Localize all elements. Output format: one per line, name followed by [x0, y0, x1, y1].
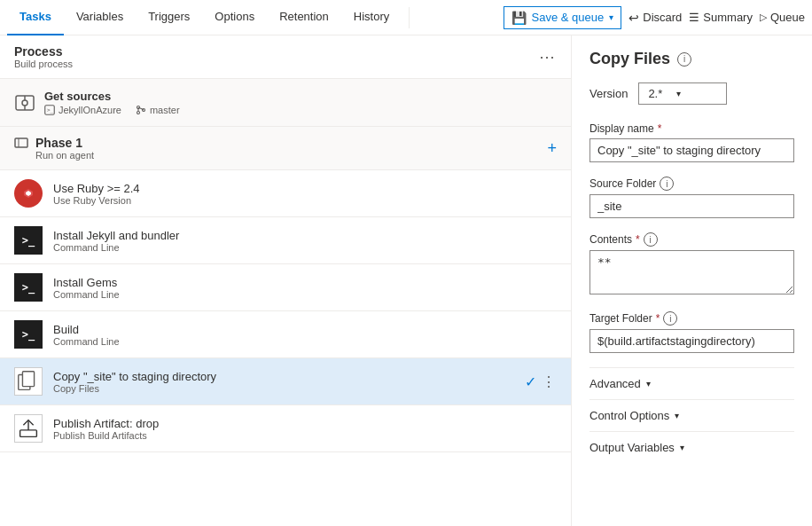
contents-input[interactable]: ** — [589, 250, 794, 294]
main-layout: Process Build process ⋯ Get sources >_ J… — [0, 35, 812, 526]
contents-required: * — [636, 233, 640, 246]
queue-button[interactable]: ▷ Queue — [760, 11, 805, 24]
phase-add-button[interactable]: + — [547, 139, 557, 158]
target-folder-input[interactable] — [589, 329, 794, 353]
task-item-gems[interactable]: >_ Install Gems Command Line — [0, 264, 571, 311]
task-ruby-name: Use Ruby >= 2.4 — [53, 182, 557, 195]
task-build-info: Build Command Line — [53, 323, 557, 347]
tab-tasks[interactable]: Tasks — [7, 0, 64, 35]
task-publish-type: Publish Build Artifacts — [53, 430, 557, 441]
contents-field: Contents * i ** — [589, 232, 794, 297]
version-row: Version 2.* ▾ — [589, 82, 794, 105]
discard-label: Discard — [643, 11, 682, 24]
cmd-build-icon: >_ — [14, 320, 43, 349]
copy-files-title: Copy Files — [589, 50, 670, 68]
tab-options[interactable]: Options — [202, 0, 267, 35]
play-icon: ▷ — [760, 12, 767, 23]
process-subtitle: Build process — [14, 59, 73, 69]
tab-tasks-label: Tasks — [20, 10, 51, 23]
copy-icon — [14, 367, 43, 396]
task-copy-more-button[interactable]: ⋮ — [542, 373, 557, 390]
phase-subtitle: Run on agent — [35, 150, 94, 161]
contents-label: Contents * i — [589, 232, 794, 247]
tab-triggers[interactable]: Triggers — [136, 0, 202, 35]
tab-retention-label: Retention — [279, 10, 329, 23]
get-sources-row[interactable]: Get sources >_ JekyllOnAzure master — [0, 79, 571, 127]
nav-separator — [409, 7, 410, 28]
version-chevron-icon: ▾ — [676, 89, 681, 98]
left-panel: Process Build process ⋯ Get sources >_ J… — [0, 35, 572, 526]
task-jekyll-info: Install Jekyll and bundler Command Line — [53, 229, 557, 253]
list-icon: ☰ — [689, 11, 699, 24]
summary-label: Summary — [703, 11, 753, 24]
copy-files-info-icon[interactable]: i — [677, 52, 691, 67]
phase-info: Phase 1 Run on agent — [14, 136, 94, 161]
task-gems-type: Command Line — [53, 289, 557, 300]
get-sources-meta: >_ JekyllOnAzure master — [44, 105, 557, 115]
process-title: Process — [14, 44, 73, 59]
process-header: Process Build process ⋯ — [0, 35, 571, 79]
output-variables-section[interactable]: Output Variables ▾ — [589, 431, 794, 463]
process-more-button[interactable]: ⋯ — [539, 47, 557, 67]
queue-label: Queue — [770, 11, 805, 24]
target-folder-field: Target Folder * i — [589, 311, 794, 353]
save-queue-button[interactable]: 💾 Save & queue ▾ — [504, 6, 622, 29]
source-folder-info-icon[interactable]: i — [660, 177, 674, 191]
task-item-ruby[interactable]: Use Ruby >= 2.4 Use Ruby Version — [0, 170, 571, 217]
control-options-label: Control Options — [589, 409, 669, 422]
task-gems-info: Install Gems Command Line — [53, 276, 557, 300]
control-options-section[interactable]: Control Options ▾ — [589, 399, 794, 431]
task-item-build[interactable]: >_ Build Command Line — [0, 311, 571, 358]
svg-rect-10 — [15, 138, 27, 147]
source-folder-field: Source Folder i — [589, 177, 794, 218]
display-name-input[interactable] — [589, 138, 794, 162]
task-copy-check-icon: ✓ — [525, 373, 536, 390]
task-publish-info: Publish Artifact: drop Publish Build Art… — [53, 417, 557, 441]
summary-button[interactable]: ☰ Summary — [689, 11, 753, 24]
version-select[interactable]: 2.* ▾ — [638, 82, 727, 105]
advanced-label: Advanced — [589, 377, 641, 390]
get-sources-repo: >_ JekyllOnAzure — [44, 105, 121, 115]
task-build-name: Build — [53, 323, 557, 336]
task-jekyll-name: Install Jekyll and bundler — [53, 229, 557, 242]
task-build-type: Command Line — [53, 336, 557, 347]
target-folder-label: Target Folder * i — [589, 311, 794, 326]
display-name-required: * — [658, 122, 662, 135]
task-ruby-type: Use Ruby Version — [53, 195, 557, 206]
get-sources-branch: master — [136, 105, 180, 115]
tab-triggers-label: Triggers — [148, 10, 190, 23]
control-options-chevron-icon: ▾ — [675, 411, 679, 420]
get-sources-info: Get sources >_ JekyllOnAzure master — [44, 90, 557, 115]
task-item-publish[interactable]: Publish Artifact: drop Publish Build Art… — [0, 405, 571, 452]
discard-button[interactable]: ↩ Discard — [629, 11, 682, 25]
tab-history[interactable]: History — [341, 0, 402, 35]
task-item-copy[interactable]: Copy "_site" to staging directory Copy F… — [0, 358, 571, 405]
svg-rect-17 — [20, 430, 37, 437]
version-value: 2.* — [648, 87, 662, 100]
phase-header: Phase 1 Run on agent + — [0, 127, 571, 170]
advanced-section[interactable]: Advanced ▾ — [589, 367, 794, 399]
task-item-jekyll[interactable]: >_ Install Jekyll and bundler Command Li… — [0, 217, 571, 264]
tab-variables[interactable]: Variables — [64, 0, 136, 35]
version-label: Version — [589, 87, 628, 100]
source-folder-input[interactable] — [589, 194, 794, 218]
target-folder-info-icon[interactable]: i — [663, 311, 677, 326]
top-nav: Tasks Variables Triggers Options Retenti… — [0, 0, 812, 35]
task-gems-name: Install Gems — [53, 276, 557, 289]
target-folder-required: * — [656, 312, 660, 325]
svg-rect-16 — [22, 372, 34, 387]
output-variables-label: Output Variables — [589, 441, 675, 454]
task-copy-type: Copy Files — [53, 383, 514, 394]
publish-icon — [14, 414, 43, 443]
tab-retention[interactable]: Retention — [267, 0, 341, 35]
save-icon: 💾 — [511, 11, 527, 25]
phase-title: Phase 1 — [35, 136, 82, 150]
task-ruby-info: Use Ruby >= 2.4 Use Ruby Version — [53, 182, 557, 206]
cmd-jekyll-icon: >_ — [14, 226, 43, 255]
copy-files-header: Copy Files i — [589, 50, 794, 68]
right-panel: Copy Files i Version 2.* ▾ Display name … — [572, 35, 812, 526]
get-sources-title: Get sources — [44, 90, 557, 103]
nav-right-actions: 💾 Save & queue ▾ ↩ Discard ☰ Summary ▷ Q… — [504, 6, 812, 29]
task-copy-actions: ✓ ⋮ — [525, 373, 557, 390]
contents-info-icon[interactable]: i — [644, 232, 658, 247]
